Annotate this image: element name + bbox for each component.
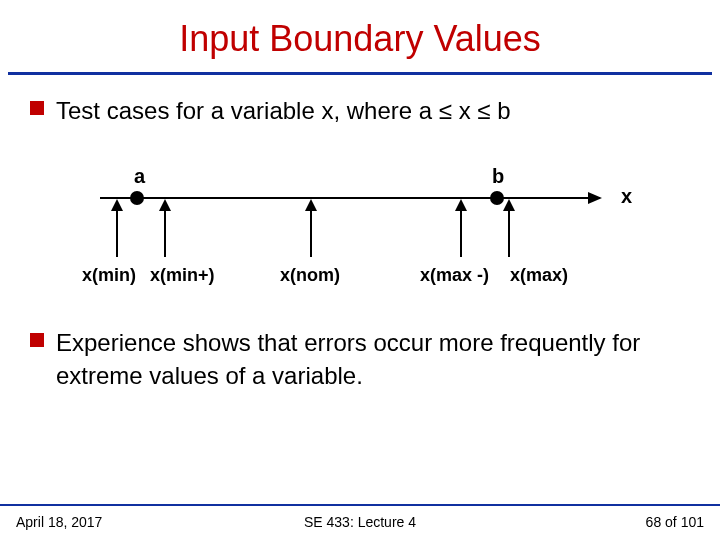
bullet-text-1: Test cases for a variable x, where a ≤ x…: [56, 95, 511, 127]
endpoint-b-label: b: [492, 165, 504, 188]
slide-footer: April 18, 2017 SE 433: Lecture 4 68 of 1…: [0, 504, 720, 540]
case-maxm: x(max -): [420, 265, 489, 286]
dot-b: [490, 191, 504, 205]
slide-title: Input Boundary Values: [0, 0, 720, 72]
number-line: [100, 197, 600, 199]
arrow-nom-icon: [310, 207, 312, 257]
endpoint-a-label: a: [134, 165, 145, 188]
boundary-diagram: a b x x(min) x(min+) x(nom) x(max -) x(m…: [60, 157, 660, 307]
case-min: x(min): [82, 265, 136, 286]
arrow-max-icon: [508, 207, 510, 257]
axis-x-label: x: [621, 185, 632, 208]
case-nom: x(nom): [280, 265, 340, 286]
bullet-icon: [30, 333, 44, 347]
footer-course: SE 433: Lecture 4: [0, 514, 720, 530]
arrow-maxm-icon: [460, 207, 462, 257]
bullet-row-1: Test cases for a variable x, where a ≤ x…: [0, 95, 720, 127]
arrow-min-icon: [116, 207, 118, 257]
bullet-icon: [30, 101, 44, 115]
title-rule: [8, 72, 712, 75]
case-minp: x(min+): [150, 265, 215, 286]
arrow-minp-icon: [164, 207, 166, 257]
case-max: x(max): [510, 265, 568, 286]
bullet-text-2: Experience shows that errors occur more …: [56, 327, 696, 392]
bullet-row-2: Experience shows that errors occur more …: [0, 327, 720, 392]
dot-a: [130, 191, 144, 205]
footer-page: 68 of 101: [646, 514, 704, 530]
